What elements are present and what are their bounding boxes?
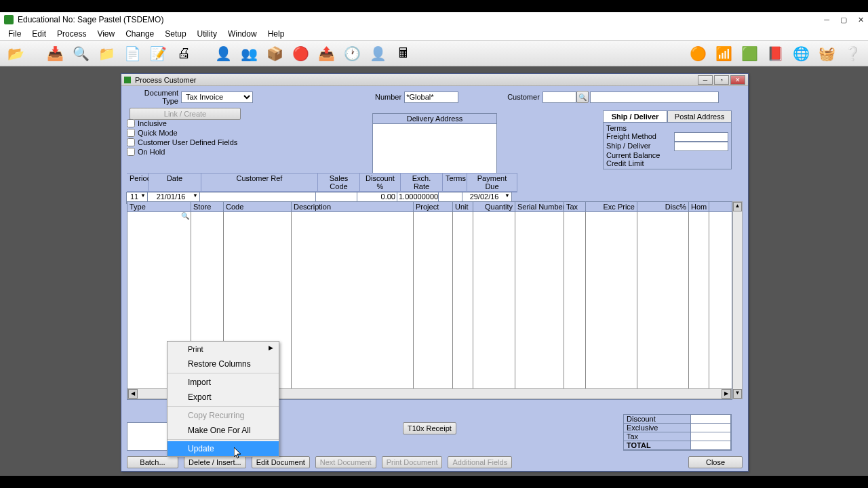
menu-window[interactable]: Window <box>222 28 262 40</box>
menu-process[interactable]: Process <box>52 28 92 40</box>
info-freight-input[interactable] <box>674 132 728 142</box>
child-close-button[interactable]: ✕ <box>730 75 745 85</box>
col-description[interactable]: Description <box>292 202 414 211</box>
next-document-button[interactable]: Next Document <box>315 456 376 468</box>
user-group-icon[interactable]: 👥 <box>239 43 259 64</box>
ball-icon[interactable]: 🟠 <box>688 43 708 64</box>
scroll-right-icon[interactable]: ▶ <box>722 389 731 399</box>
box-icon[interactable]: 📦 <box>264 43 285 64</box>
menu-item-make-one-for-all[interactable]: Make One For All <box>167 423 279 438</box>
mdi-area: Process Customer ─ ▫ ✕ Document Type Tax… <box>0 66 868 476</box>
child-window-icon <box>124 77 131 83</box>
minimize-button[interactable]: ─ <box>824 16 829 24</box>
menu-file[interactable]: File <box>3 28 26 40</box>
menu-item-print[interactable]: Print▶ <box>167 342 279 357</box>
col-type[interactable]: Type <box>127 202 191 211</box>
close-button[interactable]: Close <box>688 456 743 468</box>
menu-item-import[interactable]: Import <box>167 375 279 390</box>
user-grey-icon[interactable]: 👤 <box>368 43 388 64</box>
menu-help[interactable]: Help <box>262 28 290 40</box>
printer-icon[interactable]: 🖨 <box>174 43 194 64</box>
col-unit[interactable]: Unit <box>453 202 473 211</box>
customer-lookup-button[interactable]: 🔍 <box>576 91 589 103</box>
col-tax[interactable]: Tax <box>564 202 586 211</box>
app-icon <box>4 15 14 24</box>
tab-postal-address[interactable]: Postal Address <box>667 110 732 123</box>
info-credit-label: Credit Limit <box>606 159 728 167</box>
receipt-button[interactable]: T10x Receipt <box>403 422 456 434</box>
page-export-icon[interactable]: 📤 <box>316 43 336 64</box>
window-title: Educational No: Sage Pastel (TSDEMO) <box>18 15 824 24</box>
col-quantity[interactable]: Quantity <box>473 202 515 211</box>
basket-icon[interactable]: 🧺 <box>816 43 837 64</box>
page-check-icon[interactable]: 📝 <box>148 43 168 64</box>
number-label: Number <box>375 93 404 101</box>
col-serial[interactable]: Serial Numbers <box>515 202 564 211</box>
col-code[interactable]: Code <box>224 202 292 211</box>
type-lookup-icon[interactable]: 🔍 <box>181 212 189 220</box>
col-disc-pct[interactable]: Disc% <box>637 202 689 211</box>
menu-view[interactable]: View <box>92 28 120 40</box>
delivery-address-textarea[interactable] <box>372 123 497 176</box>
col-exc-price[interactable]: Exc Price <box>586 202 637 211</box>
user-fields-checkbox[interactable] <box>127 138 135 146</box>
quick-mode-label: Quick Mode <box>138 129 178 137</box>
total-tax-label: Tax <box>623 432 691 441</box>
pie-chart-icon[interactable]: 🔴 <box>290 43 311 64</box>
tab-ship-deliver[interactable]: Ship / Deliver <box>603 110 667 123</box>
number-input[interactable] <box>404 92 458 103</box>
v-scrollbar[interactable]: ▲ ▼ <box>732 201 743 399</box>
scroll-left-icon[interactable]: ◀ <box>128 389 138 399</box>
book-icon[interactable]: 📕 <box>765 43 785 64</box>
search-icon: 🔍 <box>578 94 587 101</box>
menu-utility[interactable]: Utility <box>192 28 222 40</box>
user-add-icon[interactable]: 👤 <box>213 43 233 64</box>
menu-item-copy-recurring: Copy Recurring <box>167 408 279 423</box>
inclusive-checkbox[interactable] <box>127 119 135 127</box>
app-window: Educational No: Sage Pastel (TSDEMO) ─ ▢… <box>0 12 868 476</box>
note-icon[interactable]: 🟩 <box>739 43 760 64</box>
batch-button[interactable]: Batch... <box>127 456 178 468</box>
col-project[interactable]: Project <box>414 202 453 211</box>
child-maximize-button[interactable]: ▫ <box>714 75 729 85</box>
menu-change[interactable]: Change <box>120 28 159 40</box>
child-minimize-button[interactable]: ─ <box>698 75 713 85</box>
folder-open-icon[interactable]: 📂 <box>5 43 26 64</box>
page-icon[interactable]: 📄 <box>122 43 142 64</box>
menu-edit[interactable]: Edit <box>26 28 52 40</box>
col-hom[interactable]: Hom <box>689 202 709 211</box>
col-store[interactable]: Store <box>191 202 224 211</box>
quick-mode-checkbox[interactable] <box>127 129 135 137</box>
total-discount-value <box>690 414 731 424</box>
menu-item-restore-columns[interactable]: Restore Columns <box>167 357 279 371</box>
on-hold-checkbox[interactable] <box>127 148 135 156</box>
info-ship-label: Ship / Deliver <box>606 142 674 151</box>
document-type-select[interactable]: Tax Invoice <box>181 92 253 103</box>
menu-item-update[interactable]: Update <box>167 441 279 456</box>
delete-insert-button[interactable]: Delete / Insert... <box>184 456 246 468</box>
rss-icon[interactable]: 📶 <box>713 43 734 64</box>
info-terms-label: Terms <box>606 124 728 132</box>
info-ship-input[interactable] <box>674 142 728 151</box>
close-button[interactable]: ✕ <box>858 16 864 24</box>
scroll-down-icon[interactable]: ▼ <box>733 389 742 399</box>
menu-setup[interactable]: Setup <box>159 28 191 40</box>
additional-fields-button[interactable]: Additional Fields <box>448 456 512 468</box>
hdr-terms: Terms <box>443 174 467 191</box>
print-document-button[interactable]: Print Document <box>382 456 443 468</box>
hdr-period: Period <box>127 174 149 191</box>
customer-name-input[interactable] <box>590 92 719 103</box>
edit-document-button[interactable]: Edit Document <box>252 456 310 468</box>
customer-input[interactable] <box>542 92 576 103</box>
calculator-icon[interactable]: 🖩 <box>393 43 414 64</box>
globe-icon[interactable]: 🌐 <box>791 43 811 64</box>
document-search-icon[interactable]: 🔍 <box>71 43 91 64</box>
menu-item-export[interactable]: Export <box>167 390 279 405</box>
total-exclusive-label: Exclusive <box>623 423 691 432</box>
scroll-up-icon[interactable]: ▲ <box>733 202 742 211</box>
help-icon[interactable]: ❔ <box>842 43 863 64</box>
gauge-icon[interactable]: 🕐 <box>342 43 362 64</box>
maximize-button[interactable]: ▢ <box>840 16 847 24</box>
folder-chart-icon[interactable]: 📁 <box>96 43 117 64</box>
document-in-icon[interactable]: 📥 <box>45 43 65 64</box>
